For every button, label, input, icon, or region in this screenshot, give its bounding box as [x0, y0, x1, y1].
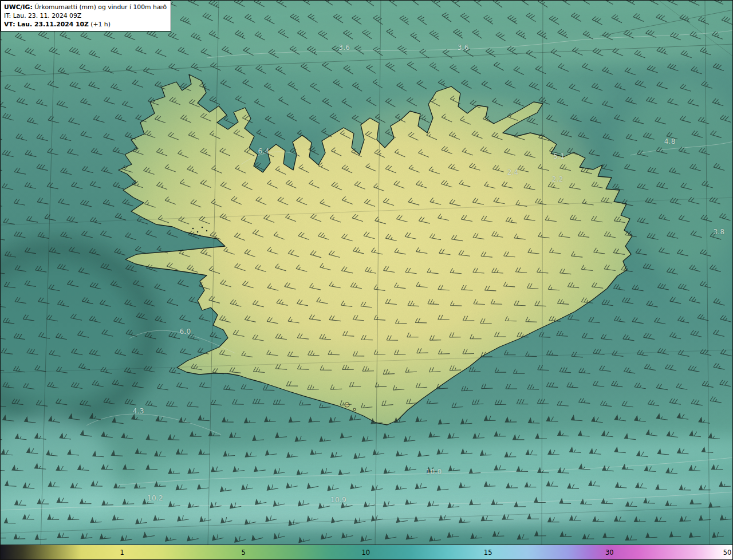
- contour-value-label: 3.6: [338, 44, 350, 52]
- wind-barb-layer: [1, 1, 733, 546]
- map-area: 3.6 3.6 6.4 4.8 5.1 2.4 2.2 3.8 6.0 4.3 …: [1, 1, 733, 546]
- contour-value-label: 6.4: [258, 147, 270, 155]
- valid-offset: (+1 h): [90, 21, 111, 28]
- weather-chart: 3.6 3.6 6.4 4.8 5.1 2.4 2.2 3.8 6.0 4.3 …: [0, 0, 733, 560]
- contour-value-label: 6.0: [180, 328, 191, 336]
- contour-value-label: 10.9: [330, 496, 346, 504]
- init-time-line: IT: Lau. 23. 11. 2024 09Z: [4, 11, 167, 20]
- product-title: Úrkomumætti (mm) og vindur í 100m hæð: [34, 3, 167, 11]
- title-box: UWC/IG: Úrkomumætti (mm) og vindur í 100…: [1, 1, 171, 31]
- contour-value-label: 2.4: [507, 168, 519, 176]
- colorbar-tick: 50: [723, 549, 732, 557]
- valid-time-line: VT: Lau. 23.11.2024 10Z (+1 h): [4, 20, 167, 29]
- colorbar: 1 5 10 15 30 50: [1, 545, 732, 559]
- colorbar-tick: 15: [484, 549, 492, 557]
- contour-value-label: 10.0: [426, 468, 442, 476]
- colorbar-tick: 1: [120, 549, 124, 557]
- contour-value-label: 2.2: [552, 175, 563, 183]
- contour-value-label: 4.3: [133, 407, 144, 415]
- valid-time: VT: Lau. 23.11.2024 10Z: [4, 21, 89, 28]
- colorbar-tick: 5: [242, 549, 246, 557]
- contour-value-label: 3.6: [458, 44, 469, 52]
- contour-value-label: 3.8: [713, 228, 724, 236]
- contour-value-label: 4.8: [664, 137, 676, 145]
- contour-value-label: 10.2: [147, 494, 163, 502]
- colorbar-tick: 10: [361, 549, 370, 557]
- title-line: UWC/IG: Úrkomumætti (mm) og vindur í 100…: [4, 3, 167, 11]
- contour-value-label: 5.1: [553, 152, 565, 160]
- colorbar-tick: 30: [605, 549, 614, 557]
- product-label: UWC/IG:: [4, 3, 33, 11]
